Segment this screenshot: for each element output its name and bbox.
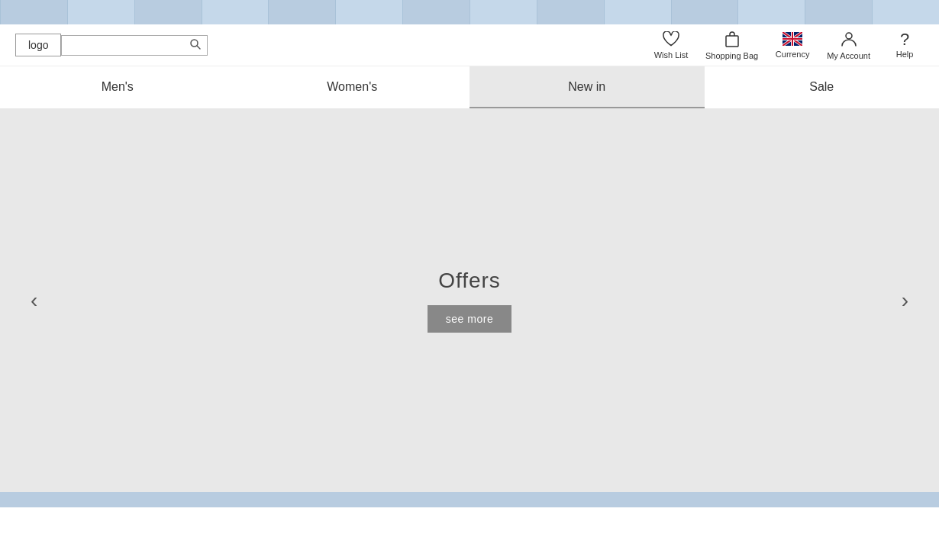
banner-segments xyxy=(0,0,939,24)
currency-action[interactable]: Currency xyxy=(773,32,812,59)
wish-list-label: Wish List xyxy=(654,50,689,60)
banner-seg-9 xyxy=(537,0,604,24)
carousel-center: Offers see more xyxy=(428,269,511,333)
search-button[interactable] xyxy=(190,39,201,52)
help-label: Help xyxy=(896,50,914,59)
banner-seg-8 xyxy=(470,0,537,24)
banner-seg-6 xyxy=(335,0,402,24)
carousel-next-button[interactable]: › xyxy=(894,282,916,319)
main-carousel: ‹ Offers see more › xyxy=(0,108,939,492)
banner-seg-2 xyxy=(67,0,134,24)
main-nav: Men's Women's New in Sale xyxy=(0,66,939,108)
nav-womens-label: Women's xyxy=(327,80,377,94)
header: logo Wish List xyxy=(0,24,939,66)
nav-item-sale[interactable]: Sale xyxy=(705,66,940,108)
my-account-label: My Account xyxy=(827,51,870,60)
svg-rect-2 xyxy=(726,36,738,47)
banner-seg-5 xyxy=(268,0,335,24)
see-more-button[interactable]: see more xyxy=(428,305,511,333)
nav-item-womens[interactable]: Women's xyxy=(235,66,470,108)
svg-point-12 xyxy=(846,33,852,39)
carousel-prev-button[interactable]: ‹ xyxy=(23,282,45,319)
logo[interactable]: logo xyxy=(15,34,61,56)
shopping-bag-action[interactable]: Shopping Bag xyxy=(705,31,758,60)
banner-seg-13 xyxy=(805,0,872,24)
nav-sale-label: Sale xyxy=(809,80,834,94)
currency-label: Currency xyxy=(776,50,810,59)
wish-list-action[interactable]: Wish List xyxy=(652,31,690,60)
nav-mens-label: Men's xyxy=(102,80,134,94)
carousel-title: Offers xyxy=(438,269,501,293)
banner-seg-14 xyxy=(872,0,939,24)
top-banner xyxy=(0,0,939,24)
banner-seg-10 xyxy=(604,0,671,24)
banner-seg-11 xyxy=(671,0,738,24)
svg-line-1 xyxy=(197,46,200,49)
account-icon xyxy=(841,31,857,50)
shopping-bag-label: Shopping Bag xyxy=(705,51,758,60)
help-action[interactable]: ? Help xyxy=(886,31,924,59)
nav-item-mens[interactable]: Men's xyxy=(0,66,235,108)
search-input[interactable] xyxy=(68,40,190,51)
svg-rect-11 xyxy=(782,38,802,40)
search-box xyxy=(61,35,208,56)
nav-item-new-in[interactable]: New in xyxy=(470,66,705,108)
currency-flag-icon xyxy=(782,32,802,48)
nav-new-in-label: New in xyxy=(568,80,605,94)
bag-icon xyxy=(724,31,740,50)
search-icon xyxy=(190,39,201,50)
heart-icon xyxy=(663,31,679,49)
banner-seg-7 xyxy=(402,0,470,24)
banner-seg-4 xyxy=(202,0,269,24)
header-actions: Wish List Shopping Bag xyxy=(652,31,924,60)
my-account-action[interactable]: My Account xyxy=(827,31,870,60)
footer-strip xyxy=(0,492,939,507)
help-icon: ? xyxy=(900,31,909,48)
banner-seg-3 xyxy=(134,0,202,24)
banner-seg-1 xyxy=(0,0,67,24)
banner-seg-12 xyxy=(737,0,805,24)
